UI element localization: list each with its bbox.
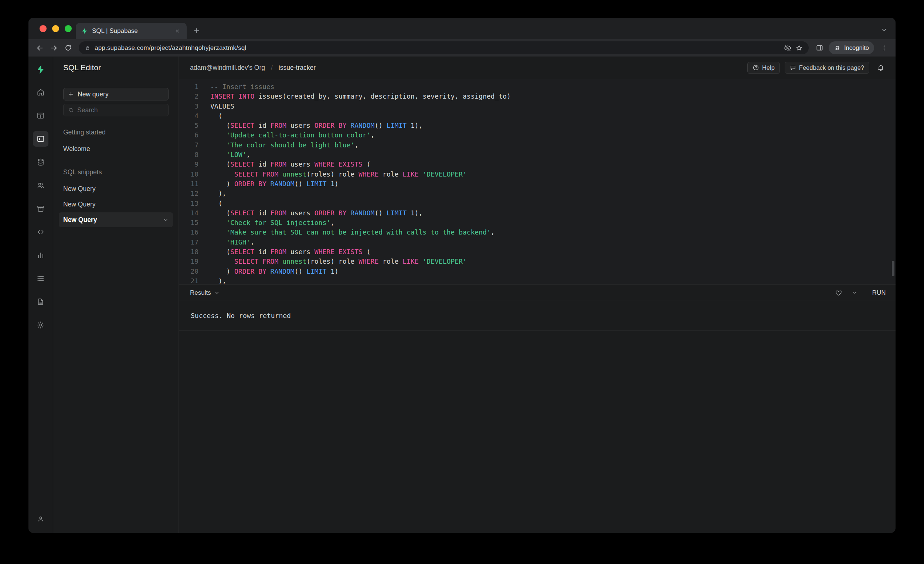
api-docs-file-icon[interactable]: [33, 294, 48, 310]
close-window-button[interactable]: [39, 25, 46, 32]
code-line[interactable]: 17 'HIGH',: [179, 238, 896, 247]
line-number: 11: [179, 179, 198, 189]
code-text: 'The color should be light blue',: [210, 141, 358, 150]
help-label: Help: [762, 64, 775, 71]
sidebar-item-new-query-2[interactable]: New Query: [59, 197, 173, 212]
edge-functions-code-icon[interactable]: [33, 224, 48, 240]
code-line[interactable]: 19 SELECT FROM unnest(roles) role WHERE …: [179, 257, 896, 266]
editor-scrollbar-thumb[interactable]: [892, 261, 894, 276]
code-line[interactable]: 13 (: [179, 199, 896, 208]
code-line[interactable]: 15 'Check for SQL injections',: [179, 218, 896, 227]
code-text: ) ORDER BY RANDOM() LIMIT 1): [210, 179, 339, 189]
back-icon[interactable]: [34, 42, 46, 54]
code-line[interactable]: 8 'LOW',: [179, 150, 896, 160]
code-line[interactable]: 20 ) ORDER BY RANDOM() LIMIT 1): [179, 267, 896, 276]
favorite-heart-icon[interactable]: [835, 289, 842, 296]
code-line[interactable]: 18 (SELECT id FROM users WHERE EXISTS (: [179, 247, 896, 257]
results-actions: RUN: [835, 289, 886, 296]
breadcrumb-org[interactable]: adam@windmill.dev's Org: [190, 64, 265, 72]
close-tab-icon[interactable]: [173, 27, 182, 35]
chevron-down-icon[interactable]: [163, 217, 168, 223]
eye-blocked-icon[interactable]: [784, 44, 791, 52]
code-line[interactable]: 4 (: [179, 111, 896, 121]
reports-chart-icon[interactable]: [33, 247, 48, 263]
run-button[interactable]: RUN: [872, 289, 886, 296]
help-button[interactable]: Help: [747, 62, 780, 74]
table-editor-icon[interactable]: [33, 108, 48, 123]
code-text: 'Check for SQL injections',: [210, 218, 334, 227]
notifications-bell-icon[interactable]: [877, 64, 885, 71]
account-avatar-icon[interactable]: [33, 511, 48, 526]
code-lines: 1-- Insert issues2INSERT INTO issues(cre…: [179, 82, 896, 284]
line-number: 18: [179, 247, 198, 257]
supabase-logo-icon[interactable]: [33, 62, 48, 77]
code-line[interactable]: 12 ),: [179, 189, 896, 198]
code-line[interactable]: 16 'Make sure that SQL can not be inject…: [179, 227, 896, 237]
code-line[interactable]: 6 'Update call-to-action button color',: [179, 130, 896, 140]
sidebar-header: SQL Editor: [53, 57, 178, 79]
sidebar-item-welcome[interactable]: Welcome: [59, 141, 173, 156]
incognito-badge[interactable]: Incognito: [829, 41, 874, 54]
line-number: 12: [179, 189, 198, 198]
code-line[interactable]: 9 (SELECT id FROM users WHERE EXISTS (: [179, 160, 896, 169]
line-number: 4: [179, 111, 198, 121]
code-line[interactable]: 1-- Insert issues: [179, 82, 896, 91]
url-text[interactable]: app.supabase.com/project/azahtnhqohyjerz…: [94, 44, 780, 52]
results-toggle[interactable]: Results: [190, 289, 219, 296]
code-text: INSERT INTO issues(created_by, summary, …: [210, 91, 511, 101]
sidebar-item-new-query-3[interactable]: New Query: [59, 212, 173, 227]
sidebar-item-new-query-1[interactable]: New Query: [59, 181, 173, 196]
window-controls: [39, 25, 72, 32]
incognito-spy-icon: [834, 44, 841, 51]
line-number: 16: [179, 227, 198, 237]
help-circle-icon: [753, 64, 759, 71]
minimize-window-button[interactable]: [52, 25, 59, 32]
code-line[interactable]: 10 SELECT FROM unnest(roles) role WHERE …: [179, 169, 896, 179]
sidebar-body: New query Getting started Welcome SQL sn…: [53, 79, 178, 236]
code-text: ),: [210, 276, 226, 284]
browser-menu-icon[interactable]: [878, 42, 890, 54]
code-text: 'LOW',: [210, 150, 250, 160]
database-icon[interactable]: [33, 154, 48, 170]
forward-icon[interactable]: [48, 42, 60, 54]
new-query-button[interactable]: New query: [63, 88, 168, 100]
line-number: 15: [179, 218, 198, 227]
plus-icon: [68, 91, 74, 97]
bookmark-star-icon[interactable]: [795, 44, 803, 52]
code-line[interactable]: 3VALUES: [179, 102, 896, 111]
line-number: 3: [179, 102, 198, 111]
reload-icon[interactable]: [62, 42, 74, 54]
code-line[interactable]: 2INSERT INTO issues(created_by, summary,…: [179, 91, 896, 101]
search-input[interactable]: [77, 106, 164, 114]
code-text: ),: [210, 189, 226, 198]
supabase-favicon-icon: [81, 27, 88, 35]
side-panel-icon[interactable]: [813, 42, 826, 54]
address-bar[interactable]: app.supabase.com/project/azahtnhqohyjerz…: [79, 41, 808, 54]
tab-search-chevron-icon[interactable]: [881, 27, 887, 33]
code-line[interactable]: 11 ) ORDER BY RANDOM() LIMIT 1): [179, 179, 896, 189]
code-line[interactable]: 5 (SELECT id FROM users ORDER BY RANDOM(…: [179, 121, 896, 130]
page-title: SQL Editor: [63, 63, 101, 72]
code-text: ) ORDER BY RANDOM() LIMIT 1): [210, 267, 339, 276]
feedback-button[interactable]: Feedback on this page?: [784, 62, 869, 74]
tab-strip: SQL | Supabase: [28, 18, 896, 39]
browser-tab[interactable]: SQL | Supabase: [76, 23, 187, 39]
results-message: Success. No rows returned: [191, 312, 291, 320]
code-line[interactable]: 21 ),: [179, 276, 896, 284]
new-tab-button[interactable]: [190, 24, 203, 37]
logs-list-icon[interactable]: [33, 271, 48, 286]
breadcrumb-project[interactable]: issue-tracker: [279, 64, 316, 72]
search-box[interactable]: [63, 104, 168, 116]
code-line[interactable]: 14 (SELECT id FROM users ORDER BY RANDOM…: [179, 208, 896, 218]
zoom-window-button[interactable]: [64, 25, 72, 32]
code-line[interactable]: 7 'The color should be light blue',: [179, 141, 896, 150]
auth-users-icon[interactable]: [33, 178, 48, 193]
code-editor[interactable]: 1-- Insert issues2INSERT INTO issues(cre…: [179, 79, 896, 284]
run-options-chevron-icon[interactable]: [852, 290, 858, 295]
settings-gear-icon[interactable]: [33, 317, 48, 333]
sql-editor-icon[interactable]: [33, 131, 48, 147]
line-number: 5: [179, 121, 198, 130]
new-query-label: New query: [78, 90, 109, 98]
home-icon[interactable]: [33, 85, 48, 100]
storage-icon[interactable]: [33, 201, 48, 217]
